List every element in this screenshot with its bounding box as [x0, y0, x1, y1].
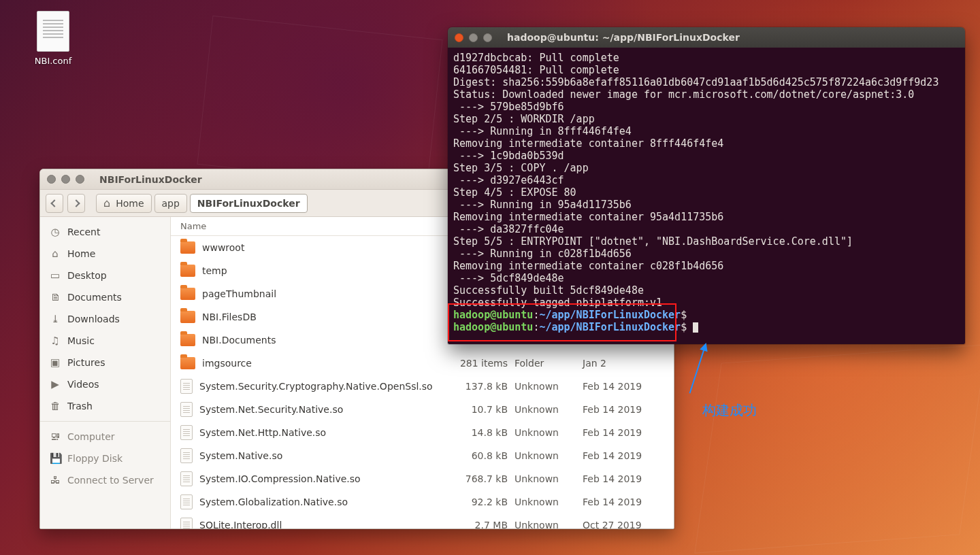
close-icon[interactable] — [455, 33, 463, 42]
sidebar-item-icon: ▣ — [50, 356, 61, 369]
breadcrumb: HomeappNBIForLinuxDocker — [96, 194, 308, 213]
table-row[interactable]: System.IO.Compression.Native.so768.7 kBU… — [171, 467, 674, 490]
sidebar-item-label: Computer — [67, 431, 115, 442]
breadcrumb-label: Home — [116, 198, 144, 209]
sidebar-item[interactable]: 🖳Computer — [40, 426, 170, 448]
annotation-label: 构建成功 — [702, 401, 757, 420]
sidebar-item-icon: 🗎 — [50, 291, 61, 303]
folder-icon — [180, 288, 195, 300]
sidebar-item-icon: 🖧 — [50, 474, 61, 486]
table-row[interactable]: System.Net.Security.Native.so10.7 kBUnkn… — [171, 398, 674, 421]
sidebar-item[interactable]: ▣Pictures — [40, 352, 170, 373]
terminal-line: 641667054481: Pull complete — [453, 64, 960, 76]
col-name[interactable]: Name — [180, 221, 446, 231]
terminal-window: hadoop@ubuntu: ~/app/NBIForLinuxDocker d… — [448, 27, 965, 344]
breadcrumb-label: NBIForLinuxDocker — [197, 198, 300, 209]
terminal-prompt: hadoop@ubuntu:~/app/NBIForLinuxDocker$ — [453, 321, 960, 333]
table-row[interactable]: imgsource281 itemsFolderJan 2 — [171, 352, 674, 375]
file-name: System.Native.so — [199, 450, 282, 461]
file-size: 92.2 kB — [446, 497, 514, 507]
terminal-line: Successfully built 5dcf849de48e — [453, 284, 960, 297]
minimize-icon[interactable] — [61, 175, 70, 184]
file-type: Unknown — [514, 427, 583, 438]
chevron-left-icon — [50, 199, 58, 207]
file-type: Unknown — [514, 497, 583, 507]
sidebar-item-label: Desktop — [67, 270, 107, 281]
file-name: wwwroot — [202, 242, 244, 253]
folder-icon — [180, 241, 195, 254]
file-icon — [180, 448, 193, 463]
sidebar-item-icon: ⌂ — [50, 248, 61, 260]
sidebar-item[interactable]: ♫Music — [40, 330, 170, 352]
terminal-line: ---> 1c9bda0b539d — [453, 150, 960, 162]
file-date: Feb 14 2019 — [583, 427, 664, 438]
file-size: 2.7 MB — [446, 520, 514, 528]
file-type: Unknown — [514, 404, 583, 415]
sidebar-item-label: Music — [67, 335, 95, 346]
sidebar-item-label: Home — [67, 248, 95, 259]
sidebar-item-icon: 🗑 — [50, 400, 61, 412]
sidebar-item[interactable]: ▶Videos — [40, 373, 170, 395]
breadcrumb-segment[interactable]: NBIForLinuxDocker — [190, 194, 308, 213]
file-name: pageThumbnail — [202, 288, 276, 299]
sidebar-item[interactable]: 🗑Trash — [40, 395, 170, 417]
breadcrumb-label: app — [162, 198, 180, 209]
sidebar-item[interactable]: 💾Floppy Disk — [40, 448, 170, 469]
breadcrumb-segment[interactable]: app — [154, 194, 187, 213]
file-size: 10.7 kB — [446, 404, 514, 415]
file-name: NBI.FilesDB — [202, 312, 257, 322]
sidebar-item[interactable]: ▭Desktop — [40, 265, 170, 286]
nav-back-button[interactable] — [46, 194, 63, 213]
sidebar-item[interactable]: 🗎Documents — [40, 286, 170, 308]
file-type: Unknown — [514, 381, 583, 392]
table-row[interactable]: System.Security.Cryptography.Native.Open… — [171, 375, 674, 398]
file-date: Jan 2 — [583, 358, 664, 369]
sidebar-item[interactable]: ◷Recent — [40, 221, 170, 243]
file-icon — [180, 518, 193, 528]
table-row[interactable]: System.Native.so60.8 kBUnknownFeb 14 201… — [171, 444, 674, 467]
close-icon[interactable] — [47, 175, 56, 184]
prompt-path: ~/app/NBIForLinuxDocker — [539, 309, 681, 321]
folder-icon — [180, 311, 195, 323]
sidebar-item-label: Connect to Server — [67, 475, 154, 486]
terminal-titlebar[interactable]: hadoop@ubuntu: ~/app/NBIForLinuxDocker — [448, 27, 965, 48]
terminal-line: ---> da3827ffc04e — [453, 223, 960, 235]
table-row[interactable]: System.Net.Http.Native.so14.8 kBUnknownF… — [171, 421, 674, 444]
sidebar-divider — [40, 421, 170, 422]
file-name: System.Security.Cryptography.Native.Open… — [199, 381, 433, 392]
file-name: System.Net.Security.Native.so — [199, 404, 343, 415]
file-name: NBI.Documents — [202, 335, 276, 346]
sidebar-item-icon: ⤓ — [50, 313, 61, 325]
maximize-icon[interactable] — [483, 33, 492, 42]
file-type: Unknown — [514, 520, 583, 528]
text-file-icon — [37, 11, 69, 52]
sidebar-item-icon: 💾 — [50, 452, 61, 465]
folder-icon — [180, 265, 195, 277]
terminal-line: Step 2/5 : WORKDIR /app — [453, 113, 960, 125]
home-icon — [103, 197, 112, 209]
table-row[interactable]: System.Globalization.Native.so92.2 kBUnk… — [171, 490, 674, 514]
file-size: 14.8 kB — [446, 427, 514, 438]
file-icon — [180, 494, 193, 509]
file-icon — [180, 379, 193, 394]
file-name: SQLite.Interop.dll — [199, 520, 282, 528]
file-size: 60.8 kB — [446, 450, 514, 461]
sidebar-item-label: Recent — [67, 226, 100, 237]
sidebar-item-label: Trash — [67, 401, 93, 411]
sidebar-item[interactable]: ⌂Home — [40, 243, 170, 265]
terminal-line: ---> Running in 8fff446f4fe4 — [453, 125, 960, 137]
file-name: System.IO.Compression.Native.so — [199, 473, 361, 484]
maximize-icon[interactable] — [76, 175, 84, 184]
terminal-line: Removing intermediate container c028f1b4… — [453, 260, 960, 272]
desktop-file-nbi-conf[interactable]: NBI.conf — [26, 11, 80, 66]
sidebar-item[interactable]: ⤓Downloads — [40, 308, 170, 330]
sidebar-item[interactable]: 🖧Connect to Server — [40, 469, 170, 491]
nav-forward-button[interactable] — [67, 194, 85, 213]
minimize-icon[interactable] — [469, 33, 478, 42]
file-icon — [180, 425, 193, 440]
window-title: NBIForLinuxDocker — [99, 174, 202, 185]
table-row[interactable]: SQLite.Interop.dll2.7 MBUnknownOct 27 20… — [171, 514, 674, 528]
breadcrumb-segment[interactable]: Home — [96, 194, 152, 213]
terminal-output[interactable]: d1927dbcbcab: Pull complete641667054481:… — [448, 48, 965, 344]
file-type: Unknown — [514, 450, 583, 461]
